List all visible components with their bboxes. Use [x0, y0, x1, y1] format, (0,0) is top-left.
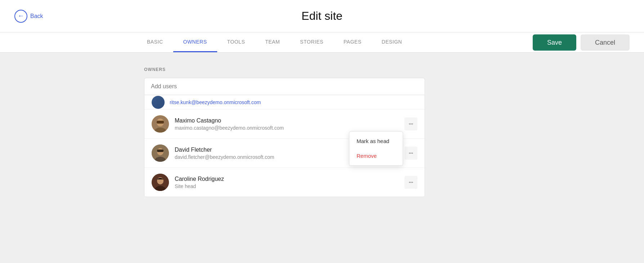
owner-row-caroline: Caroline Rodriguez Site head	[144, 168, 425, 197]
svg-point-5	[411, 124, 412, 125]
caroline-role: Site head	[175, 183, 404, 189]
svg-point-11	[409, 153, 410, 154]
remove-item[interactable]: Remove	[349, 148, 403, 163]
owners-list-scroll-wrapper: ritse.kunk@beezydemo.onmicrosoft.com	[144, 95, 425, 197]
tab-stories[interactable]: STORIES	[290, 32, 334, 52]
svg-point-19	[412, 182, 413, 183]
tab-basic[interactable]: BASIC	[137, 32, 173, 52]
caroline-more-button[interactable]	[404, 176, 417, 189]
caroline-name: Caroline Rodriguez	[175, 176, 404, 182]
add-users-input-wrapper[interactable]	[144, 78, 425, 95]
tab-team[interactable]: TEAM	[255, 32, 290, 52]
avatar-caroline	[152, 174, 169, 191]
caroline-info: Caroline Rodriguez Site head	[175, 176, 404, 189]
david-more-button[interactable]	[404, 147, 417, 160]
svg-point-18	[411, 182, 412, 183]
context-menu: Mark as head Remove	[349, 131, 403, 166]
page-title: Edit site	[301, 9, 343, 23]
owners-panel: ritse.kunk@beezydemo.onmicrosoft.com	[144, 78, 425, 197]
back-button[interactable]: ← Back	[14, 10, 43, 23]
tab-tools[interactable]: TOOLS	[217, 32, 255, 52]
avatar-maximo	[152, 115, 169, 133]
svg-point-17	[409, 182, 410, 183]
maximo-more-button[interactable]	[404, 117, 417, 130]
svg-point-13	[412, 153, 413, 154]
maximo-name: Maximo Castagno	[175, 117, 404, 124]
avatar-ritse	[152, 96, 165, 109]
owners-section-label: OWNERS	[144, 67, 500, 72]
back-label: Back	[30, 13, 43, 19]
owners-list-container: ritse.kunk@beezydemo.onmicrosoft.com	[144, 95, 425, 197]
tab-owners[interactable]: OWNERS	[173, 32, 217, 52]
svg-rect-10	[157, 150, 164, 152]
tab-pages[interactable]: PAGES	[334, 32, 372, 52]
svg-point-6	[412, 124, 413, 125]
tab-bar: BASIC OWNERS TOOLS TEAM STORIES PAGES DE…	[0, 32, 644, 53]
owner-row-partial-ritse: ritse.kunk@beezydemo.onmicrosoft.com	[144, 95, 425, 110]
save-button[interactable]: Save	[533, 34, 576, 50]
maximo-info: Maximo Castagno maximo.castagno@beezydem…	[175, 117, 404, 131]
tab-actions: Save Cancel	[533, 34, 630, 50]
mark-as-head-item[interactable]: Mark as head	[349, 134, 403, 148]
maximo-email: maximo.castagno@beezydemo.onmicrosoft.co…	[175, 125, 404, 131]
header: ← Back Edit site	[0, 0, 644, 32]
owner-row-maximo: Maximo Castagno maximo.castagno@beezydem…	[144, 110, 425, 139]
ritse-email: ritse.kunk@beezydemo.onmicrosoft.com	[170, 99, 261, 105]
tab-design[interactable]: DESIGN	[372, 32, 412, 52]
svg-point-12	[411, 153, 412, 154]
add-users-input[interactable]	[151, 83, 418, 90]
back-icon: ←	[14, 10, 27, 23]
avatar-david	[152, 144, 169, 162]
svg-rect-3	[157, 121, 164, 124]
main-content: OWNERS ritse.kunk@beezydemo.onmicrosoft.…	[0, 53, 644, 211]
cancel-button[interactable]: Cancel	[581, 34, 630, 50]
svg-point-4	[409, 124, 410, 125]
